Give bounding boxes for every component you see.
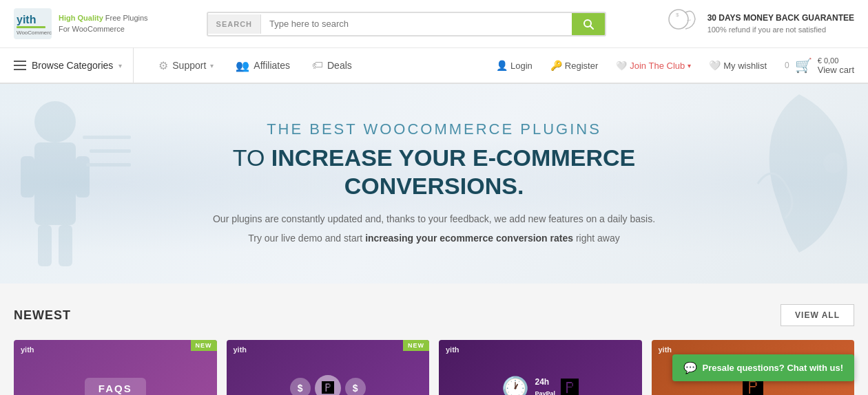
guarantee-icon: $ ↩ [665,7,699,41]
affiliates-icon: 👥 [236,59,249,72]
product-card[interactable]: NEW yith $ 🅿 $ [227,340,430,395]
product-logo: yith [234,345,247,354]
hero-description2: Try our live demo and start increasing y… [158,231,710,247]
hero-subtitle: THE BEST WOOCOMMERCE PLUGINS [158,120,710,138]
logo-area: yith WooCommerce High Quality Free Plugi… [14,8,148,39]
view-all-button[interactable]: VIEW ALL [781,304,854,326]
cart-area[interactable]: 0 🛒 € 0,00 View cart [778,56,854,75]
hero-title: TO INCREASE YOUR E-COMMERCE CONVERSIONS. [158,144,710,200]
wishlist-icon: 🤍 [709,60,721,71]
hero-deco-right-icon [730,84,868,284]
nav-support[interactable]: ⚙ Support ▾ [147,47,225,83]
login-icon: 👤 [496,60,508,71]
register-label: Register [565,61,598,71]
product-badge-new: NEW [191,340,217,351]
svg-rect-10 [34,142,76,225]
chat-bubble-icon: 💬 [683,361,697,374]
svg-text:WooCommerce: WooCommerce [17,30,52,36]
register-icon: 🔑 [550,60,562,71]
nav-register[interactable]: 🔑 Register [544,47,605,83]
join-club-label: Join The Club [630,61,685,71]
cart-label: View cart [818,65,854,75]
nav-bar: Browse Categories ▾ ⚙ Support ▾ 👥 Affili… [0,48,868,84]
svg-point-9 [34,101,76,142]
support-icon: ⚙ [158,59,168,72]
svg-rect-14 [59,225,72,266]
product-content-area: 🕐 24hPayPal 🅿 [502,375,579,395]
heart-icon: 🤍 [616,61,627,71]
product-badge-new: NEW [403,340,429,351]
search-input[interactable] [261,13,572,34]
deals-icon: 🏷 [312,59,323,72]
nav-wishlist[interactable]: 🤍 My wishlist [702,47,774,83]
hero-deco-left-icon [0,84,138,284]
hero-description1: Our plugins are constantly updated and, … [158,211,710,228]
search-bar: SEARCH [207,12,606,36]
affiliates-label: Affiliates [254,60,290,71]
svg-rect-2 [17,26,45,28]
guarantee-area: $ ↩ 30 DAYS MONEY BACK GUARANTEE 100% re… [665,7,854,41]
svg-line-5 [590,26,593,29]
search-label: SEARCH [208,14,261,34]
hamburger-icon [14,61,26,70]
product-logo: yith [21,345,34,354]
product-logo: yith [659,345,672,354]
guarantee-text: 30 DAYS MONEY BACK GUARANTEE 100% refund… [707,12,854,36]
svg-rect-15 [83,136,131,139]
nav-join-club[interactable]: 🤍 Join The Club ▾ [609,47,698,83]
products-title: NEWEST [14,308,71,323]
svg-rect-11 [21,156,34,198]
join-club-chevron-icon: ▾ [688,62,691,70]
hero-section: THE BEST WOOCOMMERCE PLUGINS TO INCREASE… [0,84,868,284]
support-chevron-icon: ▾ [210,62,214,70]
cart-icon: 🛒 [795,57,812,74]
svg-text:↩: ↩ [687,18,691,23]
browse-categories-label: Browse Categories [32,60,113,71]
logo-tagline: High Quality Free Plugins For WooCommerc… [59,13,148,34]
svg-rect-16 [90,149,131,153]
login-label: Login [510,61,533,71]
svg-text:yith: yith [17,14,36,25]
product-card[interactable]: yith 🕐 24hPayPal 🅿 [439,340,642,395]
product-label: FAQS [85,378,146,396]
yith-logo: yith WooCommerce [14,8,52,39]
cart-price: € 0,00 [818,56,854,65]
support-label: Support [172,60,206,71]
svg-rect-12 [76,156,90,198]
browse-chevron-icon: ▾ [118,62,122,70]
svg-rect-13 [38,225,52,266]
deals-label: Deals [327,60,352,71]
search-icon [583,19,594,30]
header-top: yith WooCommerce High Quality Free Plugi… [0,0,868,48]
hero-content: THE BEST WOOCOMMERCE PLUGINS TO INCREASE… [158,120,710,246]
nav-affiliates[interactable]: 👥 Affiliates [225,47,301,83]
chat-label: Presale questions? Chat with us! [703,363,843,373]
cart-info: € 0,00 View cart [818,56,854,75]
product-icons: $ 🅿 $ [290,375,366,395]
svg-point-18 [823,153,844,173]
products-header: NEWEST VIEW ALL [14,304,854,326]
svg-text:$: $ [676,12,679,18]
cart-count: 0 [785,61,789,70]
chat-widget[interactable]: 💬 Presale questions? Chat with us! [672,354,854,381]
nav-right: 👤 Login 🔑 Register 🤍 Join The Club ▾ 🤍 M… [489,47,854,83]
product-card[interactable]: NEW yith FAQS [14,340,217,395]
wishlist-label: My wishlist [723,61,767,71]
nav-left: Browse Categories ▾ ⚙ Support ▾ 👥 Affili… [14,47,363,83]
search-button[interactable] [572,13,605,35]
svg-rect-17 [86,163,131,167]
nav-login[interactable]: 👤 Login [489,47,539,83]
browse-categories-button[interactable]: Browse Categories ▾ [14,47,134,83]
product-logo: yith [446,345,459,354]
nav-deals[interactable]: 🏷 Deals [301,47,363,83]
